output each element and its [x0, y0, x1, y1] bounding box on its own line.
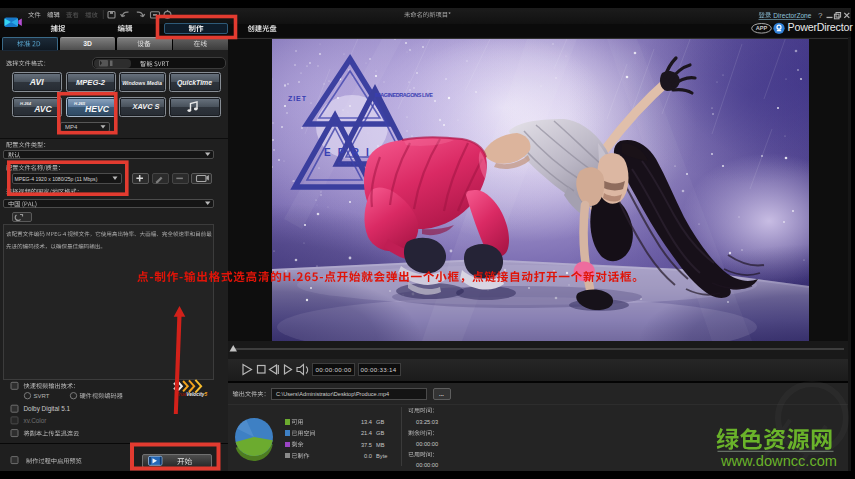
svg-text:DirectorZone: DirectorZone: [773, 12, 811, 19]
svg-text:00:00:00: 00:00:00: [416, 462, 438, 468]
svg-text:37.5: 37.5: [361, 442, 372, 448]
svg-text:3D: 3D: [83, 40, 92, 47]
svg-text:HEVC: HEVC: [85, 104, 110, 114]
svg-text:PowerDirector: PowerDirector: [788, 21, 854, 33]
svg-text:Windows Media: Windows Media: [122, 80, 162, 86]
svg-text:MB: MB: [376, 442, 385, 448]
svg-text:Byte: Byte: [376, 453, 387, 459]
svg-text:03:25:03: 03:25:03: [416, 419, 438, 425]
svg-text:MPEG-4 1920 x 1080/25p (11 Mbp: MPEG-4 1920 x 1080/25p (11 Mbps): [15, 176, 98, 182]
svg-text:XAVC S: XAVC S: [132, 102, 160, 111]
svg-text:0.0: 0.0: [364, 453, 372, 459]
svg-text:00:00:00: 00:00:00: [416, 441, 438, 447]
svg-text:C:\Users\Administrator\Desktop: C:\Users\Administrator\Desktop\Produce.m…: [276, 391, 389, 397]
svg-text:GB: GB: [376, 430, 384, 436]
svg-text:GB: GB: [376, 419, 384, 425]
svg-text:00:00:00:00: 00:00:00:00: [316, 366, 352, 373]
svg-text:MPEG-2: MPEG-2: [76, 78, 106, 87]
svg-text:TrueVelocity5: TrueVelocity5: [176, 392, 208, 397]
svg-text:13.4: 13.4: [361, 419, 372, 425]
svg-text:...: ...: [439, 391, 444, 397]
svg-text:AVC: AVC: [33, 104, 52, 114]
svg-text:APP: APP: [756, 25, 768, 31]
svg-text:H.264: H.264: [20, 101, 32, 106]
svg-text:SVRT: SVRT: [34, 393, 50, 399]
svg-text:21.4: 21.4: [361, 430, 372, 436]
svg-text:AVI: AVI: [29, 77, 44, 87]
svg-text:xv.Color: xv.Color: [24, 417, 48, 424]
svg-text:QuickTime: QuickTime: [177, 79, 212, 87]
svg-text:Dolby Digital 5.1: Dolby Digital 5.1: [24, 405, 71, 413]
svg-text:MP4: MP4: [65, 124, 78, 130]
svg-text:?: ?: [818, 11, 823, 20]
svg-text:00:00:33:14: 00:00:33:14: [361, 366, 397, 373]
svg-text:www.downcc.com: www.downcc.com: [720, 453, 837, 469]
